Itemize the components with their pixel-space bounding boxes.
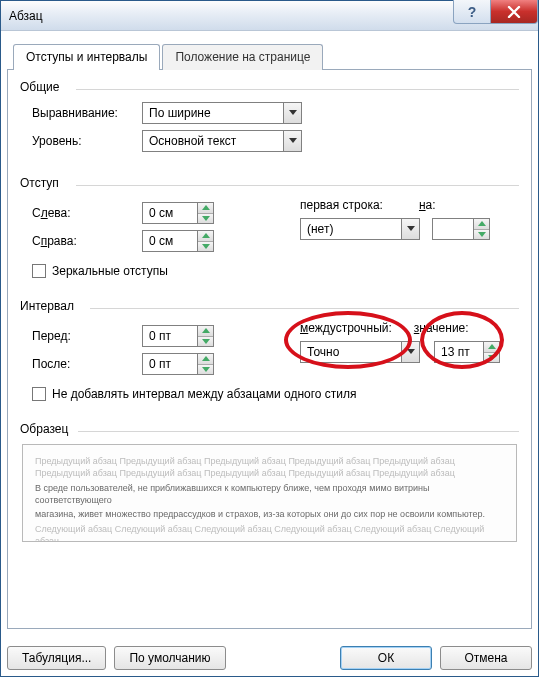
chevron-down-icon xyxy=(283,103,301,123)
firstline-value: (нет) xyxy=(301,219,401,239)
group-preview: Образец xyxy=(20,422,519,436)
alignment-value: По ширине xyxy=(143,103,283,123)
close-button[interactable] xyxy=(490,0,538,24)
firstline-on-value xyxy=(433,219,473,239)
tabs-button[interactable]: Табуляция... xyxy=(7,646,106,670)
mirror-indents-check[interactable]: Зеркальные отступы xyxy=(32,264,168,278)
indent-right-label: Справа: xyxy=(32,234,142,248)
level-combo[interactable]: Основной текст xyxy=(142,130,302,152)
firstline-value-spin[interactable] xyxy=(432,218,490,240)
tab-panel: Общие Выравнивание: По ширине Уровень: О… xyxy=(7,69,532,629)
spin-up-icon[interactable] xyxy=(198,231,213,242)
preview-box: Предыдущий абзац Предыдущий абзац Предыд… xyxy=(22,444,517,542)
help-button[interactable]: ? xyxy=(453,0,491,24)
titlebar: Абзац ? xyxy=(1,1,538,31)
after-spin[interactable]: 0 пт xyxy=(142,353,214,375)
value-label: значение: xyxy=(414,321,469,335)
linespacing-value: Точно xyxy=(301,342,401,362)
firstline-label: первая строка: xyxy=(300,198,383,212)
spin-down-icon[interactable] xyxy=(198,242,213,252)
tab-strip: Отступы и интервалы Положение на страниц… xyxy=(13,43,532,69)
indent-right-value: 0 см xyxy=(143,231,197,251)
chevron-down-icon xyxy=(283,131,301,151)
mirror-indents-label: Зеркальные отступы xyxy=(52,264,168,278)
spin-down-icon[interactable] xyxy=(474,230,489,240)
linespacing-combo[interactable]: Точно xyxy=(300,341,420,363)
spin-down-icon[interactable] xyxy=(198,337,213,347)
before-value: 0 пт xyxy=(143,326,197,346)
level-value: Основной текст xyxy=(143,131,283,151)
spin-down-icon[interactable] xyxy=(198,214,213,224)
client-area: Отступы и интервалы Положение на страниц… xyxy=(1,31,538,676)
firstline-combo[interactable]: (нет) xyxy=(300,218,420,240)
checkbox-icon xyxy=(32,387,46,401)
indent-left-value: 0 см xyxy=(143,203,197,223)
spin-up-icon[interactable] xyxy=(198,354,213,365)
spin-down-icon[interactable] xyxy=(484,353,499,363)
group-general: Общие xyxy=(20,80,519,94)
linespacing-label: междустрочный: xyxy=(300,321,392,335)
before-label: Перед: xyxy=(32,329,142,343)
alignment-combo[interactable]: По ширине xyxy=(142,102,302,124)
chevron-down-icon xyxy=(401,342,419,362)
footer: Табуляция... По умолчанию ОК Отмена xyxy=(7,646,532,670)
paragraph-dialog: Абзац ? Отступы и интервалы Положение на… xyxy=(0,0,539,677)
group-spacing-label: Интервал xyxy=(20,299,74,313)
indent-right-spin[interactable]: 0 см xyxy=(142,230,214,252)
cancel-button[interactable]: Отмена xyxy=(440,646,532,670)
level-label: Уровень: xyxy=(32,134,142,148)
group-general-label: Общие xyxy=(20,80,59,94)
ok-button[interactable]: ОК xyxy=(340,646,432,670)
on-label: на: xyxy=(419,198,436,212)
nospace-check[interactable]: Не добавлять интервал между абзацами одн… xyxy=(32,387,357,401)
spin-up-icon[interactable] xyxy=(198,203,213,214)
spin-down-icon[interactable] xyxy=(198,365,213,375)
tab-indents-spacing[interactable]: Отступы и интервалы xyxy=(13,44,160,70)
default-button[interactable]: По умолчанию xyxy=(114,646,225,670)
group-preview-label: Образец xyxy=(20,422,68,436)
group-spacing: Интервал xyxy=(20,299,519,313)
group-indent-label: Отступ xyxy=(20,176,59,190)
tab-page-position[interactable]: Положение на странице xyxy=(162,44,323,70)
linespacing-value-spin[interactable]: 13 пт xyxy=(434,341,500,363)
checkbox-icon xyxy=(32,264,46,278)
linespacing-amount: 13 пт xyxy=(435,342,483,362)
window-title: Абзац xyxy=(1,9,43,23)
indent-left-label: Слева: xyxy=(32,206,142,220)
alignment-label: Выравнивание: xyxy=(32,106,142,120)
before-spin[interactable]: 0 пт xyxy=(142,325,214,347)
spin-up-icon[interactable] xyxy=(198,326,213,337)
spin-up-icon[interactable] xyxy=(474,219,489,230)
nospace-label: Не добавлять интервал между абзацами одн… xyxy=(52,387,357,401)
spin-up-icon[interactable] xyxy=(484,342,499,353)
group-indent: Отступ xyxy=(20,176,519,190)
after-label: После: xyxy=(32,357,142,371)
chevron-down-icon xyxy=(401,219,419,239)
after-value: 0 пт xyxy=(143,354,197,374)
indent-left-spin[interactable]: 0 см xyxy=(142,202,214,224)
